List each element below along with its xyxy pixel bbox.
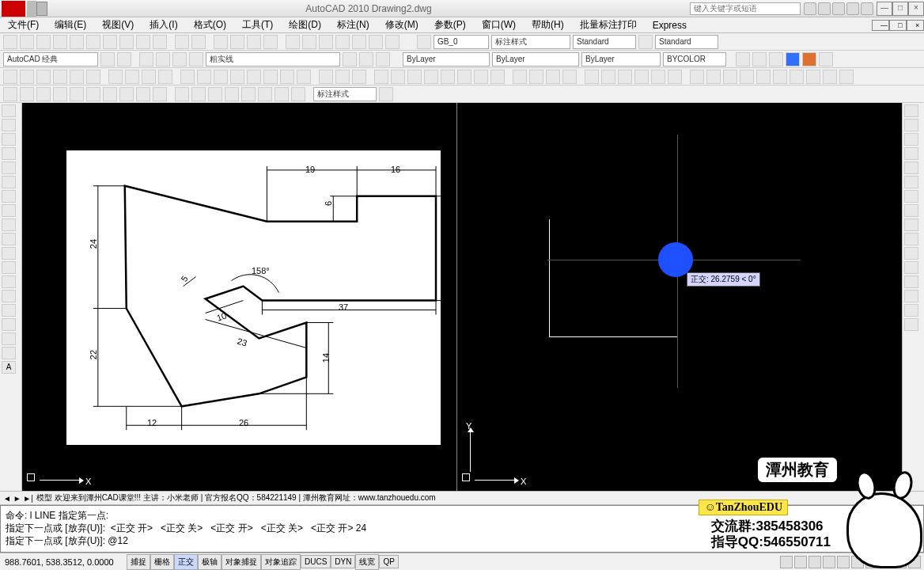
scale-tool[interactable]: [904, 204, 918, 217]
dim-break[interactable]: [191, 87, 206, 101]
extend-tool[interactable]: [904, 247, 918, 260]
d4[interactable]: [230, 70, 244, 84]
d1[interactable]: [180, 70, 195, 84]
model-toggle[interactable]: [780, 556, 793, 568]
open-btn[interactable]: [20, 35, 34, 49]
menu-express[interactable]: Express: [645, 20, 695, 31]
layer-off-btn[interactable]: [189, 52, 203, 66]
p1[interactable]: [3, 70, 17, 84]
point-tool[interactable]: [2, 290, 16, 302]
zoom-prev-btn[interactable]: [263, 35, 278, 49]
dim-ord[interactable]: [53, 87, 67, 101]
f5[interactable]: [756, 70, 771, 84]
p4[interactable]: [53, 70, 67, 84]
s2[interactable]: [391, 70, 405, 84]
lineweight-drop[interactable]: ByLayer: [581, 52, 661, 66]
dim-tol[interactable]: [208, 87, 222, 101]
ducs-toggle[interactable]: DUCS: [301, 555, 331, 568]
menu-batch[interactable]: 批量标注打印: [572, 18, 645, 32]
save-btn[interactable]: [36, 35, 51, 49]
dimstyle-drop[interactable]: 标注样式: [313, 87, 377, 101]
mdi-restore[interactable]: □: [889, 20, 907, 31]
workspace-drop[interactable]: AutoCAD 经典: [3, 52, 98, 66]
s5[interactable]: [441, 70, 455, 84]
d3[interactable]: [214, 70, 228, 84]
spline-tool[interactable]: [2, 218, 16, 231]
menu-view[interactable]: 视图(V): [94, 18, 142, 32]
e6[interactable]: [601, 70, 615, 84]
d9[interactable]: [319, 70, 333, 84]
dim-arc[interactable]: [36, 87, 51, 101]
app-logo[interactable]: [2, 1, 25, 17]
block-tool[interactable]: [2, 276, 16, 288]
e2[interactable]: [529, 70, 543, 84]
pline-tool[interactable]: [2, 133, 16, 146]
qv-drawings-btn[interactable]: [808, 556, 821, 568]
e1[interactable]: [513, 70, 527, 84]
undo-btn[interactable]: [175, 35, 189, 49]
star-btn[interactable]: [832, 2, 845, 15]
mtext-tool[interactable]: A: [2, 361, 16, 374]
pan-btn[interactable]: [214, 35, 228, 49]
dim-cen[interactable]: [225, 87, 239, 101]
redo-btn[interactable]: [191, 35, 206, 49]
xline-tool[interactable]: [2, 119, 16, 131]
p6[interactable]: [86, 70, 100, 84]
dim-ang[interactable]: [103, 87, 117, 101]
f9[interactable]: [823, 70, 837, 84]
s8[interactable]: [490, 70, 505, 84]
circle-tool[interactable]: [2, 190, 16, 203]
rect-tool[interactable]: [2, 162, 16, 174]
dim-rad[interactable]: [70, 87, 84, 101]
dim-space[interactable]: [175, 87, 189, 101]
dim-dia[interactable]: [86, 87, 100, 101]
copy-btn[interactable]: [119, 35, 134, 49]
linetype-name-drop[interactable]: 粗实线: [206, 52, 340, 66]
ellipse-tool[interactable]: [2, 233, 16, 245]
linetype-drop[interactable]: ByLayer: [492, 52, 579, 66]
e9[interactable]: [651, 70, 665, 84]
textstyle-btn[interactable]: [417, 35, 431, 49]
f10[interactable]: [839, 70, 854, 84]
hatch-tool[interactable]: [2, 304, 16, 317]
props-btn[interactable]: [286, 35, 300, 49]
snap-toggle[interactable]: 捕捉: [127, 554, 150, 570]
e8[interactable]: [634, 70, 649, 84]
menu-tools[interactable]: 工具(T): [234, 18, 281, 32]
e4[interactable]: [562, 70, 577, 84]
close-button[interactable]: ×: [908, 2, 924, 16]
cut-btn[interactable]: [103, 35, 117, 49]
zoom-rt-btn[interactable]: [230, 35, 244, 49]
polygon-tool[interactable]: [2, 147, 16, 160]
help-btn[interactable]: [861, 2, 873, 15]
dc-btn[interactable]: [302, 35, 316, 49]
dim-base[interactable]: [136, 87, 150, 101]
bycolor-drop[interactable]: BYCOLOR: [663, 52, 726, 66]
tp-btn[interactable]: [319, 35, 333, 49]
arc-tool[interactable]: [2, 176, 16, 188]
d2[interactable]: [197, 70, 211, 84]
p7[interactable]: [108, 70, 123, 84]
qat-dropdown[interactable]: [36, 2, 47, 16]
fillet-tool[interactable]: [904, 304, 918, 317]
table-tool[interactable]: [2, 347, 16, 359]
dim-update[interactable]: [379, 87, 393, 101]
tabs-text[interactable]: 模型 欢迎来到潭州CAD课堂!!! 主讲：小米老师 | 官方报名QQ：58422…: [36, 492, 436, 504]
p3[interactable]: [36, 70, 51, 84]
copy-tool[interactable]: [904, 119, 918, 131]
tool-btn[interactable]: [818, 2, 831, 15]
dim-edit[interactable]: [275, 87, 289, 101]
menu-window[interactable]: 窗口(W): [474, 18, 524, 32]
menu-draw[interactable]: 绘图(D): [281, 18, 329, 32]
vp5-btn[interactable]: [802, 52, 816, 66]
paste-btn[interactable]: [136, 35, 150, 49]
s6[interactable]: [457, 70, 471, 84]
dim-quick[interactable]: [119, 87, 134, 101]
grad-tool[interactable]: [2, 318, 16, 331]
break-tool[interactable]: [904, 261, 918, 274]
insert-tool[interactable]: [2, 261, 16, 274]
mleader-btn[interactable]: [638, 35, 653, 49]
vp4-btn[interactable]: [786, 52, 800, 66]
dim-cont[interactable]: [153, 87, 167, 101]
help-search[interactable]: [690, 2, 801, 15]
